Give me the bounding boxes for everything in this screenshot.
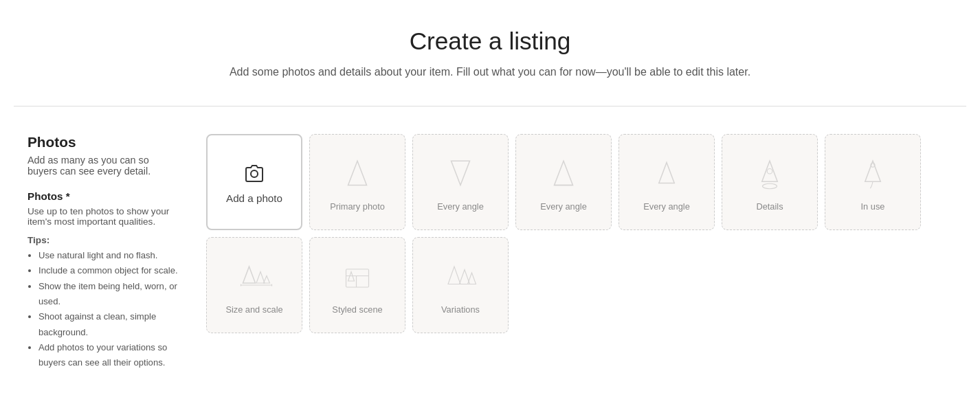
svg-marker-6	[762, 161, 778, 181]
every-angle-slot-3[interactable]: Every angle	[619, 134, 715, 230]
section-divider	[14, 106, 966, 106]
size-and-scale-icon	[234, 256, 275, 300]
every-angle-slot-1[interactable]: Every angle	[412, 134, 509, 230]
tip-5: Add photos to your variations so buyers …	[38, 340, 179, 371]
variations-label: Variations	[441, 304, 480, 315]
svg-marker-11	[243, 267, 256, 283]
styled-scene-label: Styled scene	[332, 304, 382, 315]
photos-use-text: Use up to ten photos to show your item's…	[27, 206, 179, 227]
photos-sidebar: Photos Add as many as you can so buyers …	[27, 134, 179, 371]
styled-scene-slot[interactable]: Styled scene	[309, 237, 405, 333]
primary-photo-slot[interactable]: Primary photo	[309, 134, 405, 230]
page-header: Create a listing Add some photos and det…	[14, 0, 966, 92]
details-slot[interactable]: Details	[722, 134, 818, 230]
every-angle-1-icon	[440, 153, 481, 197]
size-and-scale-slot[interactable]: Size and scale	[206, 237, 302, 333]
every-angle-3-label: Every angle	[643, 201, 690, 212]
details-label: Details	[756, 201, 783, 212]
variations-icon	[440, 256, 481, 300]
svg-marker-3	[555, 161, 573, 185]
tip-2: Include a common object for scale.	[38, 263, 179, 278]
camera-icon	[242, 161, 267, 188]
tips-list: Use natural light and no flash. Include …	[27, 248, 179, 371]
in-use-icon	[852, 153, 893, 197]
size-and-scale-label: Size and scale	[225, 304, 282, 315]
svg-point-0	[251, 170, 258, 177]
page-container: Create a listing Add some photos and det…	[0, 0, 980, 399]
photos-label: Photos *	[27, 190, 179, 202]
svg-marker-12	[256, 271, 265, 283]
every-angle-2-label: Every angle	[540, 201, 587, 212]
svg-point-7	[767, 168, 772, 174]
add-photo-label: Add a photo	[226, 192, 282, 204]
svg-marker-20	[348, 271, 355, 281]
in-use-label: In use	[861, 201, 885, 212]
add-photo-slot[interactable]: Add a photo	[206, 134, 302, 230]
variations-slot[interactable]: Variations	[412, 237, 509, 333]
svg-marker-5	[659, 162, 675, 183]
every-angle-slot-2[interactable]: Every angle	[515, 134, 612, 230]
svg-marker-9	[865, 161, 881, 181]
tips-label: Tips:	[27, 235, 179, 245]
svg-marker-2	[452, 161, 470, 185]
tip-3: Show the item being held, worn, or used.	[38, 279, 179, 310]
details-icon	[749, 153, 790, 197]
tip-1: Use natural light and no flash.	[38, 248, 179, 263]
primary-photo-icon	[337, 153, 378, 197]
photos-description: Add as many as you can so buyers can see…	[27, 155, 179, 177]
styled-scene-icon	[337, 256, 378, 300]
svg-marker-21	[448, 267, 460, 284]
every-angle-3-icon	[646, 153, 687, 197]
tip-4: Shoot against a clean, simple background…	[38, 309, 179, 340]
svg-marker-1	[348, 161, 367, 185]
photos-section: Photos Add as many as you can so buyers …	[14, 120, 966, 399]
primary-photo-label: Primary photo	[330, 201, 385, 212]
in-use-slot[interactable]: In use	[825, 134, 921, 230]
svg-point-8	[763, 183, 777, 189]
every-angle-1-label: Every angle	[437, 201, 484, 212]
page-subtitle: Add some photos and details about your i…	[27, 66, 953, 78]
every-angle-2-icon	[543, 153, 584, 197]
page-title: Create a listing	[27, 27, 953, 55]
photo-grid: Add a photo Primary photo Every an	[206, 134, 953, 371]
photos-heading: Photos	[27, 134, 179, 150]
